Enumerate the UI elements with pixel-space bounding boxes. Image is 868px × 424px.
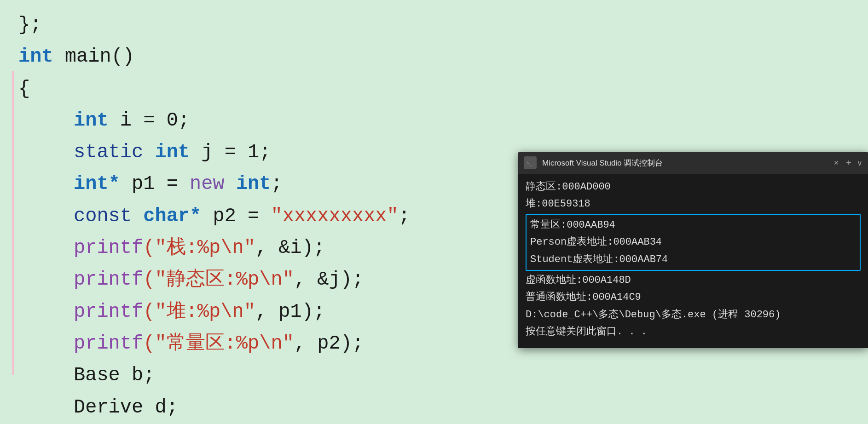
string-literal: ("堆:%p\n" <box>143 296 255 328</box>
debug-output-line: 按任意键关闭此窗口. . . <box>526 323 861 340</box>
keyword-const: const <box>74 201 132 232</box>
code-text: j = 1; <box>190 137 271 168</box>
keyword-int: int <box>74 105 109 137</box>
keyword-new: new <box>190 168 225 200</box>
code-line-4: int i = 0; <box>18 105 850 137</box>
debug-output-line: Student虚表地址:000AAB74 <box>530 251 856 268</box>
code-line-1: }; <box>18 9 850 41</box>
keyword-int-ptr: int* <box>74 168 120 200</box>
console-icon: >_ <box>524 156 537 169</box>
debug-close-button[interactable]: × <box>834 158 839 168</box>
highlighted-output-block: 常量区:000AAB94Person虚表地址:000AAB34Student虚表… <box>526 214 861 271</box>
debug-output-line: 静态区:000AD000 <box>526 178 861 195</box>
keyword-int: int <box>18 41 53 73</box>
svg-text:>_: >_ <box>527 161 532 166</box>
code-text: , &j); <box>294 264 364 296</box>
code-text: , &i); <box>255 232 325 264</box>
keyword-static: static <box>74 137 143 168</box>
debug-output-line: D:\code_C++\多态\Debug\多态.exe (进程 30296) <box>526 306 861 323</box>
debug-output-line: 常量区:000AAB94 <box>530 217 856 234</box>
fn-printf: printf <box>74 296 143 328</box>
code-text: ; <box>399 201 410 232</box>
code-text: p1 = <box>120 168 190 200</box>
debug-titlebar: >_ Microsoft Visual Studio 调试控制台 × + ∨ <box>518 152 868 174</box>
string-literal: ("栈:%p\n" <box>143 232 255 264</box>
string-literal: ("常量区:%p\n" <box>143 328 294 360</box>
debug-body: 静态区:000AD000堆:00E59318常量区:000AAB94Person… <box>518 174 868 348</box>
debug-chevron-button[interactable]: ∨ <box>857 159 862 167</box>
debug-plus-button[interactable]: + <box>846 158 851 168</box>
code-text: , p2); <box>294 328 364 360</box>
code-text: , p1); <box>255 296 325 328</box>
code-text: i = 0; <box>109 105 190 137</box>
fn-printf: printf <box>74 232 143 264</box>
indent-bar <box>12 71 14 375</box>
code-line-2: int main() <box>18 41 850 73</box>
code-text: Derive d; <box>74 392 178 424</box>
debug-output-line: 堆:00E59318 <box>526 195 861 212</box>
keyword-char: char* <box>132 201 201 232</box>
keyword-int: int <box>143 137 190 168</box>
code-text: }; <box>18 9 41 41</box>
code-line-3: { <box>18 73 850 105</box>
code-line-13: Derive d; <box>18 392 850 424</box>
debug-console: >_ Microsoft Visual Studio 调试控制台 × + ∨ 静… <box>518 152 868 348</box>
string-literal: ("静态区:%p\n" <box>143 264 294 296</box>
debug-output-line: 普通函数地址:000A14C9 <box>526 289 861 306</box>
fn-printf: printf <box>74 264 143 296</box>
code-text: Base b; <box>74 360 155 391</box>
code-text: ; <box>271 168 283 200</box>
string-literal: "xxxxxxxxx" <box>271 201 399 232</box>
debug-output-line: 虚函数地址:000A148D <box>526 272 861 289</box>
code-text: { <box>18 73 30 105</box>
code-line-12: Base b; <box>18 360 850 391</box>
keyword-int2: int <box>225 168 271 200</box>
code-text: p2 = <box>201 201 271 232</box>
debug-output-line: Person虚表地址:000AAB34 <box>530 234 856 251</box>
fn-printf: printf <box>74 328 143 360</box>
code-text: main() <box>53 41 134 73</box>
debug-title: Microsoft Visual Studio 调试控制台 <box>542 158 834 168</box>
